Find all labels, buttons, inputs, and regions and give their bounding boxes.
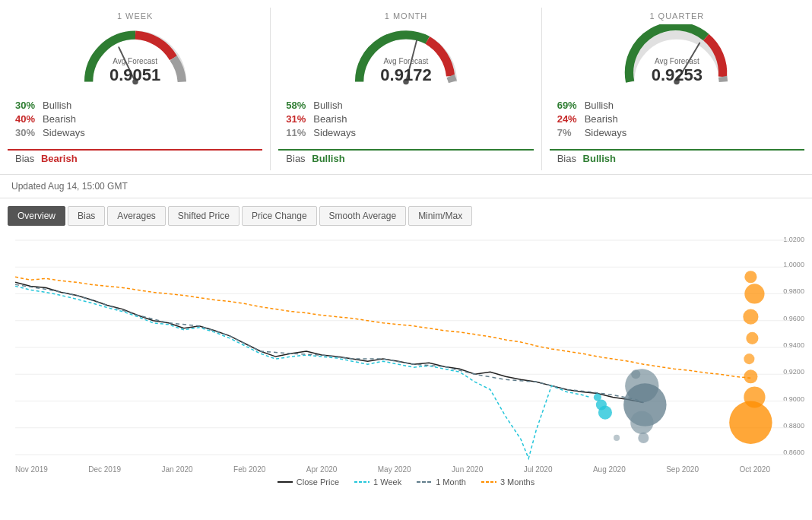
tab-averages[interactable]: Averages: [107, 206, 165, 226]
quarter-bullish-pct: 69%: [557, 100, 585, 111]
legend-week: 1 Week: [354, 477, 401, 487]
week-forecast-value: 0.9051: [75, 65, 196, 85]
legend-month-label: 1 Month: [436, 477, 466, 487]
main-chart: 1.0200 1.0000 0.9800 0.9600 0.9400 0.920…: [8, 230, 812, 465]
month-title: 1 MONTH: [385, 11, 428, 21]
week-sideways-label: Sideways: [43, 127, 85, 138]
bubble-month-5: [638, 433, 649, 443]
x-label-apr: Apr 2020: [306, 465, 338, 474]
month-bullish-label: Bullish: [313, 100, 342, 111]
week-sideways-pct: 30%: [15, 127, 43, 138]
x-label-feb: Feb 2020: [233, 465, 265, 474]
month-sideways-label: Sideways: [313, 127, 356, 138]
bubble-3m-3: [743, 309, 758, 325]
quarter-gauge: Avg Forecast 0.9253: [616, 24, 737, 89]
quarter-sideways-pct: 7%: [557, 127, 585, 138]
x-label-may: May 2020: [378, 465, 411, 474]
bubble-small-1: [614, 435, 620, 441]
quarter-stats: 69% Bullish 24% Bearish 7% Sideways: [550, 95, 804, 143]
tabs-bar: Overview Bias Averages Shifted Price Pri…: [0, 198, 812, 226]
tab-shifted-price[interactable]: Shifted Price: [168, 206, 239, 226]
month-panel: 1 MONTH Avg Forecast 0.9172 58%: [271, 8, 541, 170]
quarter-title: 1 QUARTER: [649, 11, 704, 21]
bubble-month-4: [630, 411, 653, 434]
bubble-3m-6: [744, 369, 757, 383]
bubble-3m-5: [744, 354, 754, 364]
legend-close: Close Price: [278, 477, 339, 487]
week-bearish-label: Bearish: [43, 113, 76, 125]
month-bullish-line: 58% Bullish: [286, 100, 525, 111]
x-label-aug: Aug 2020: [593, 465, 626, 474]
tab-overview[interactable]: Overview: [8, 206, 65, 226]
quarter-bearish-label: Bearish: [585, 113, 618, 125]
month-bias: Bias Bullish: [278, 149, 533, 166]
legend-week-icon: [354, 479, 370, 485]
quarter-sideways-line: 7% Sideways: [557, 127, 797, 138]
week-stats: 30% Bullish 40% Bearish 30% Sideways: [8, 95, 262, 143]
quarter-bearish-pct: 24%: [557, 113, 585, 125]
bubble-3m-8: [729, 401, 772, 444]
month-forecast-value: 0.9172: [345, 65, 467, 85]
x-label-sep: Sep 2020: [666, 465, 699, 474]
week-avg-text: Avg Forecast: [75, 57, 196, 65]
quarter-forecast-value: 0.9253: [616, 65, 737, 85]
month-bias-value: Bullish: [312, 153, 344, 164]
x-label-jun: Jun 2020: [452, 465, 483, 474]
x-label-jan: Jan 2020: [161, 465, 192, 474]
quarter-panel: 1 QUARTER Avg Forecast 0.9253 69%: [542, 8, 812, 170]
bubble-3m-1: [744, 271, 756, 283]
quarter-bias: Bias Bullish: [550, 149, 804, 166]
legend-week-label: 1 Week: [373, 477, 401, 487]
month-bearish-label: Bearish: [313, 113, 347, 125]
x-label-dec: Dec 2019: [88, 465, 121, 474]
tab-minim-max[interactable]: Minim/Max: [408, 206, 472, 226]
legend-month: 1 Month: [417, 477, 466, 487]
x-label-jul: Jul 2020: [524, 465, 553, 474]
legend-3months-icon: [481, 479, 496, 485]
week-bearish-line: 40% Bearish: [15, 113, 255, 125]
week-sideways-line: 30% Sideways: [15, 127, 255, 138]
month-gauge-label: Avg Forecast 0.9172: [345, 57, 467, 85]
week-bias-value: Bearish: [41, 153, 78, 164]
x-axis-labels: Nov 2019 Dec 2019 Jan 2020 Feb 2020 Apr …: [0, 465, 812, 474]
month-bearish-pct: 31%: [286, 113, 313, 125]
quarter-bullish-line: 69% Bullish: [557, 100, 797, 111]
week-bias-label: Bias: [15, 153, 34, 164]
bubble-3m-2: [744, 284, 764, 303]
tab-price-change[interactable]: Price Change: [242, 206, 317, 226]
legend-3months: 3 Months: [481, 477, 534, 487]
chart-area: 1.0200 1.0000 0.9800 0.9600 0.9400 0.920…: [0, 230, 812, 465]
week-bullish-label: Bullish: [43, 100, 71, 111]
quarter-sideways-label: Sideways: [585, 127, 627, 138]
legend-bar: Close Price 1 Week 1 Month 3 Months: [0, 474, 812, 490]
week-bullish-pct: 30%: [15, 100, 43, 111]
quarter-gauge-label: Avg Forecast 0.9253: [616, 57, 737, 85]
legend-close-icon: [278, 479, 293, 485]
week-gauge-label: Avg Forecast 0.9051: [75, 57, 196, 85]
legend-close-label: Close Price: [297, 477, 339, 487]
x-label-nov: Nov 2019: [15, 465, 48, 474]
week-bearish-pct: 40%: [15, 113, 43, 125]
bubble-3m-4: [746, 332, 758, 344]
quarter-bullish-label: Bullish: [585, 100, 614, 111]
month-bias-label: Bias: [286, 153, 305, 164]
forecast-panels: 1 WEEK Avg Forecast 0.9051: [0, 0, 812, 175]
quarter-bias-label: Bias: [557, 153, 576, 164]
bubble-week-3: [598, 406, 612, 420]
week-gauge: Avg Forecast 0.9051: [75, 24, 196, 89]
three-month-line: [15, 277, 750, 378]
one-month-line: [15, 284, 643, 402]
week-bias: Bias Bearish: [8, 149, 262, 166]
quarter-avg-text: Avg Forecast: [616, 57, 737, 65]
month-sideways-line: 11% Sideways: [286, 127, 525, 138]
quarter-bearish-line: 24% Bearish: [557, 113, 797, 125]
month-bullish-pct: 58%: [286, 100, 313, 111]
updated-bar: Updated Aug 14, 15:00 GMT: [0, 175, 812, 198]
week-bullish-line: 30% Bullish: [15, 100, 255, 111]
month-bearish-line: 31% Bearish: [286, 113, 525, 125]
tab-smooth-average[interactable]: Smooth Average: [319, 206, 407, 226]
legend-3months-label: 3 Months: [500, 477, 534, 487]
tab-bias[interactable]: Bias: [68, 206, 105, 226]
month-avg-text: Avg Forecast: [345, 57, 467, 65]
close-price-line: [15, 282, 643, 402]
